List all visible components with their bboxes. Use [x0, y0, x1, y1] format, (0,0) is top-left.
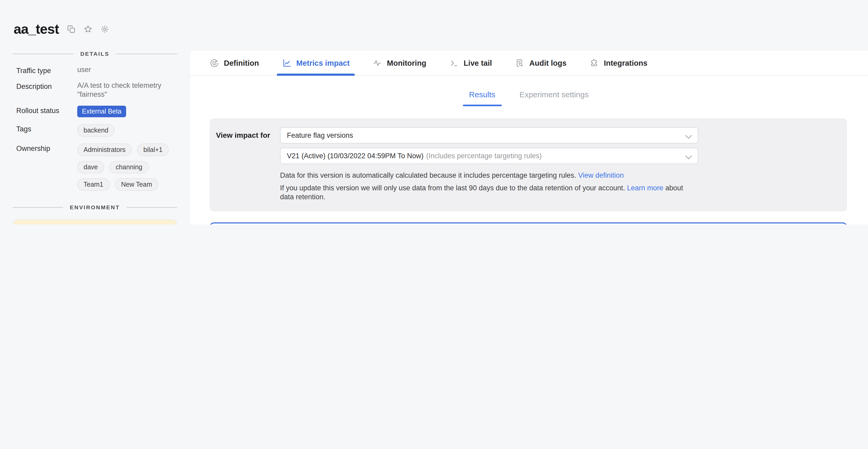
version-select[interactable]: V21 (Active) (10/03/2022 04:59PM To Now)… [280, 148, 698, 164]
sidebar: aa_test DETAILS Traffic type user Descri… [0, 0, 190, 224]
details-divider: DETAILS [12, 51, 177, 57]
tags-label: Tags [16, 124, 75, 137]
ownership-label: Ownership [16, 144, 75, 191]
owner-chip: Team1 [77, 178, 110, 191]
tab-audit-logs[interactable]: Audit logs [515, 51, 567, 75]
owner-chip: bilal+1 [137, 144, 169, 156]
tag-chip: backend [77, 124, 115, 137]
star-icon[interactable] [84, 25, 92, 34]
impact-type-select[interactable]: Feature flag versions [280, 127, 698, 144]
target-icon [210, 58, 219, 67]
page-title: aa_test [14, 21, 59, 37]
subtab-experiment-settings[interactable]: Experiment settings [519, 90, 588, 106]
flag-title-row: aa_test [12, 21, 177, 37]
tab-metrics-impact[interactable]: Metrics impact [282, 51, 350, 75]
rollout-status-badge: External Beta [77, 106, 126, 117]
results-subtab-bar: Results Experiment settings [190, 90, 868, 106]
document-search-icon [515, 58, 525, 67]
rollout-status-label: Rollout status [16, 106, 75, 117]
main-panel: Definition Metrics impact Monitoring Liv… [190, 51, 868, 224]
copy-icon[interactable] [67, 25, 76, 34]
owner-chip: channing [109, 161, 149, 174]
tab-definition[interactable]: Definition [210, 51, 259, 75]
pulse-icon [373, 58, 382, 67]
app-window: aa_test DETAILS Traffic type user Descri… [0, 0, 868, 224]
details-list: Traffic type user Description A/A test t… [12, 66, 177, 191]
results-content: View impact for Feature flag versions V2… [190, 118, 868, 224]
environment-divider: ENVIRONMENT [12, 204, 177, 210]
tab-bar: Definition Metrics impact Monitoring Liv… [190, 51, 868, 76]
version-note-line2: If you update this version we will only … [280, 183, 698, 201]
environment-card-production[interactable]: PRODUCTION ENVIRONMENT Production [12, 219, 177, 224]
owner-chips: Administrators bilal+1 dave channing Tea… [77, 144, 177, 191]
puzzle-icon [590, 58, 599, 67]
chevron-down-icon [685, 132, 692, 139]
tab-integrations[interactable]: Integrations [590, 51, 647, 75]
traffic-type-value: user [77, 66, 177, 74]
line-chart-icon [282, 58, 291, 67]
subtab-results[interactable]: Results [469, 90, 495, 106]
description-value: A/A test to check telemetry "fairness" [77, 82, 177, 99]
description-label: Description [16, 82, 75, 99]
view-impact-label: View impact for [216, 127, 280, 201]
terminal-icon [450, 58, 459, 67]
owner-chip: dave [77, 161, 104, 174]
production-environment-banner: PRODUCTION ENVIRONMENT [13, 220, 177, 224]
view-impact-section: View impact for Feature flag versions V2… [210, 118, 847, 211]
environment-heading: ENVIRONMENT [70, 204, 120, 210]
version-note-line1: Data for this version is automatically c… [280, 171, 698, 180]
view-definition-link[interactable]: View definition [578, 171, 624, 179]
tab-monitoring[interactable]: Monitoring [373, 51, 426, 75]
chevron-down-icon [685, 152, 692, 159]
learn-more-link[interactable]: Learn more [627, 184, 663, 192]
filters-section: Filters With targeting rule default rule… [210, 222, 847, 224]
tab-live-tail[interactable]: Live tail [450, 51, 492, 75]
details-heading: DETAILS [81, 51, 110, 57]
owner-chip: Administrators [77, 144, 132, 156]
gear-icon[interactable] [100, 25, 109, 34]
owner-chip: New Team [115, 178, 158, 191]
traffic-type-label: Traffic type [16, 66, 75, 74]
